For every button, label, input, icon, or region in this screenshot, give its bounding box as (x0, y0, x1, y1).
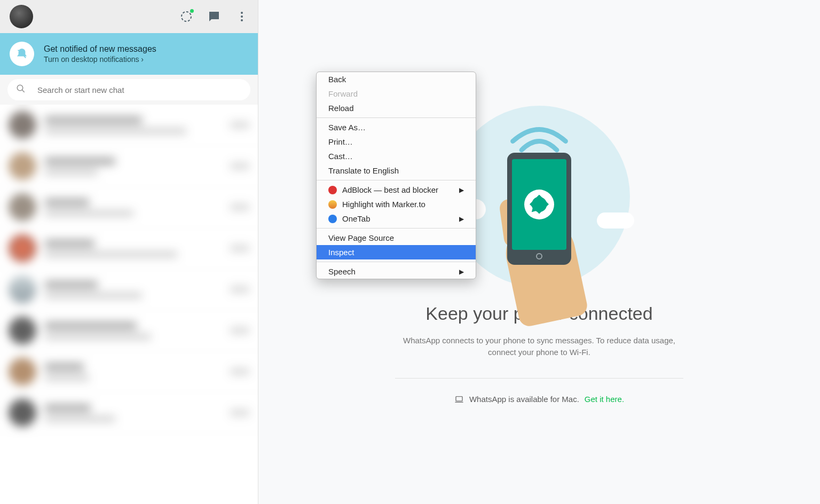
ctx-reload[interactable]: Reload (317, 101, 476, 115)
chat-item[interactable] (0, 269, 258, 310)
notification-banner[interactable]: Get notified of new messages Turn on des… (0, 33, 258, 75)
svg-point-2 (241, 15, 243, 18)
search-bar (0, 75, 258, 105)
chat-item[interactable] (0, 392, 258, 434)
svg-line-5 (22, 90, 25, 92)
context-menu: Back Forward Reload Save As… Print… Cast… (316, 72, 476, 279)
mac-text: WhatsApp is available for Mac. (469, 395, 579, 404)
laptop-icon (454, 395, 464, 404)
new-chat-icon[interactable] (208, 10, 220, 23)
svg-rect-7 (456, 396, 462, 400)
notif-title: Get notified of new messages (44, 44, 156, 54)
ctx-onetab[interactable]: OneTab▶ (317, 211, 476, 226)
main-description: WhatsApp connects to your phone to sync … (400, 335, 678, 359)
chat-item[interactable] (0, 146, 258, 187)
sidebar-header (0, 0, 258, 33)
chat-item[interactable] (0, 310, 258, 351)
search-input[interactable] (37, 85, 242, 94)
phone-illustration (507, 153, 571, 265)
ctx-forward: Forward (317, 86, 476, 101)
chat-sidebar: Get notified of new messages Turn on des… (0, 0, 258, 504)
profile-avatar[interactable] (10, 5, 33, 28)
ctx-translate[interactable]: Translate to English (317, 163, 476, 178)
svg-point-4 (17, 85, 23, 91)
notif-subtitle: Turn on desktop notifications › (44, 55, 156, 64)
chat-item[interactable] (0, 187, 258, 228)
ctx-highlight[interactable]: Highlight with Marker.to (317, 197, 476, 211)
mac-download-link[interactable]: Get it here. (585, 395, 624, 404)
menu-icon[interactable] (235, 10, 248, 23)
search-icon (16, 84, 26, 96)
marker-icon (328, 200, 337, 209)
bell-slash-icon (10, 42, 34, 66)
chat-list[interactable] (0, 105, 258, 504)
ctx-back[interactable]: Back (317, 72, 476, 86)
chat-item[interactable] (0, 228, 258, 269)
chat-item[interactable] (0, 105, 258, 146)
chat-item[interactable] (0, 351, 258, 392)
ctx-speech[interactable]: Speech▶ (317, 264, 476, 279)
status-icon[interactable] (180, 10, 193, 23)
whatsapp-logo-icon (524, 190, 554, 219)
ctx-view-source[interactable]: View Page Source (317, 231, 476, 245)
svg-point-1 (241, 12, 243, 14)
ctx-cast[interactable]: Cast… (317, 149, 476, 163)
ctx-print[interactable]: Print… (317, 135, 476, 149)
svg-point-0 (182, 12, 191, 21)
svg-point-3 (241, 19, 243, 21)
divider (395, 378, 683, 379)
adblock-icon (328, 186, 337, 194)
onetab-icon (328, 215, 337, 223)
ctx-save-as[interactable]: Save As… (317, 120, 476, 135)
ctx-inspect[interactable]: Inspect (317, 245, 476, 259)
ctx-adblock[interactable]: AdBlock — best ad blocker▶ (317, 183, 476, 197)
